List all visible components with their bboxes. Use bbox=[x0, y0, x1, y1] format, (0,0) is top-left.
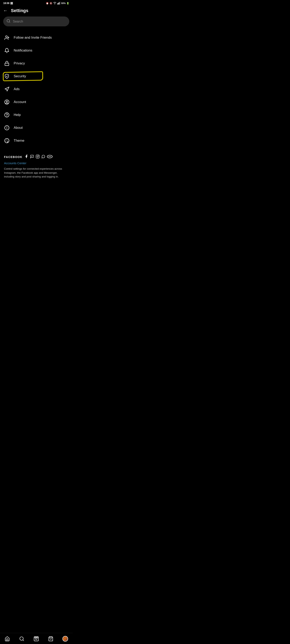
back-button[interactable]: ← bbox=[3, 8, 8, 13]
palette-icon bbox=[4, 138, 10, 144]
theme-label: Theme bbox=[14, 139, 24, 143]
time: 18:08 bbox=[3, 2, 10, 5]
search-bar[interactable]: Search bbox=[3, 16, 69, 26]
signal-icon bbox=[57, 2, 60, 5]
status-left: 18:08 🖼 bbox=[3, 2, 13, 5]
page-title: Settings bbox=[11, 8, 28, 13]
add-person-icon bbox=[4, 35, 10, 40]
bell-icon bbox=[4, 48, 10, 53]
settings-item-follow[interactable]: Follow and Invite Friends bbox=[0, 31, 73, 44]
settings-item-about[interactable]: About bbox=[0, 121, 73, 134]
meta-icon bbox=[47, 155, 53, 159]
info-circle-icon bbox=[4, 125, 10, 130]
battery-text: 93% bbox=[61, 2, 66, 4]
svg-point-7 bbox=[6, 36, 8, 38]
svg-rect-22 bbox=[36, 155, 40, 158]
svg-point-19 bbox=[6, 141, 6, 142]
shield-check-icon bbox=[4, 74, 10, 79]
messenger-icon bbox=[30, 154, 34, 160]
svg-point-23 bbox=[37, 156, 39, 157]
settings-item-privacy[interactable]: Privacy bbox=[0, 57, 73, 70]
photo-icon: 🖼 bbox=[10, 2, 13, 5]
privacy-label: Privacy bbox=[14, 62, 25, 66]
account-label: Account bbox=[14, 100, 26, 104]
help-label: Help bbox=[14, 113, 21, 117]
accounts-center-description: Control settings for connected experienc… bbox=[4, 167, 69, 179]
security-label: Security bbox=[14, 74, 26, 78]
person-circle-icon bbox=[4, 99, 10, 105]
svg-rect-4 bbox=[60, 2, 60, 4]
search-container: Search bbox=[0, 16, 73, 30]
lock-icon bbox=[4, 60, 10, 66]
about-label: About bbox=[14, 126, 23, 130]
status-bar: 18:08 🖼 ⏰ 🔇 bbox=[0, 0, 73, 6]
search-placeholder: Search bbox=[13, 20, 23, 23]
page-header: ← Settings bbox=[0, 6, 73, 16]
wifi-icon bbox=[53, 2, 56, 5]
help-circle-icon bbox=[4, 112, 10, 118]
alarm-icon: ⏰ bbox=[46, 2, 49, 5]
accounts-center-link[interactable]: Accounts Center bbox=[4, 162, 69, 165]
ads-label: Ads bbox=[14, 87, 20, 91]
facebook-icons bbox=[24, 154, 53, 160]
svg-rect-10 bbox=[5, 63, 9, 66]
svg-rect-3 bbox=[59, 2, 60, 4]
facebook-icon bbox=[24, 154, 28, 160]
settings-list: Follow and Invite Friends Notifications … bbox=[0, 30, 73, 149]
settings-item-notifications[interactable]: Notifications bbox=[0, 44, 73, 57]
megaphone-icon bbox=[4, 86, 10, 92]
svg-rect-1 bbox=[57, 3, 58, 4]
settings-item-security[interactable]: Security bbox=[0, 70, 73, 83]
svg-point-0 bbox=[55, 4, 55, 4]
facebook-section: FACEBOOK bbox=[0, 149, 73, 182]
settings-item-help[interactable]: Help bbox=[0, 108, 73, 121]
battery-icon: 🔋 bbox=[67, 2, 69, 5]
settings-item-ads[interactable]: Ads bbox=[0, 83, 73, 96]
instagram-icon bbox=[36, 154, 40, 160]
settings-item-theme[interactable]: Theme bbox=[0, 134, 73, 147]
follow-label: Follow and Invite Friends bbox=[14, 36, 52, 40]
settings-item-account[interactable]: Account bbox=[0, 96, 73, 108]
status-right: ⏰ 🔇 93% 🔋 bbox=[46, 2, 69, 5]
svg-line-6 bbox=[9, 22, 10, 22]
facebook-header: FACEBOOK bbox=[4, 154, 69, 160]
notifications-label: Notifications bbox=[14, 48, 33, 52]
svg-point-20 bbox=[7, 140, 7, 140]
svg-point-12 bbox=[6, 101, 8, 102]
svg-rect-2 bbox=[58, 3, 59, 5]
facebook-label: FACEBOOK bbox=[4, 155, 22, 158]
svg-point-18 bbox=[5, 138, 9, 143]
search-icon bbox=[7, 19, 11, 24]
whatsapp-icon bbox=[41, 154, 45, 160]
mute-icon: 🔇 bbox=[50, 2, 52, 5]
